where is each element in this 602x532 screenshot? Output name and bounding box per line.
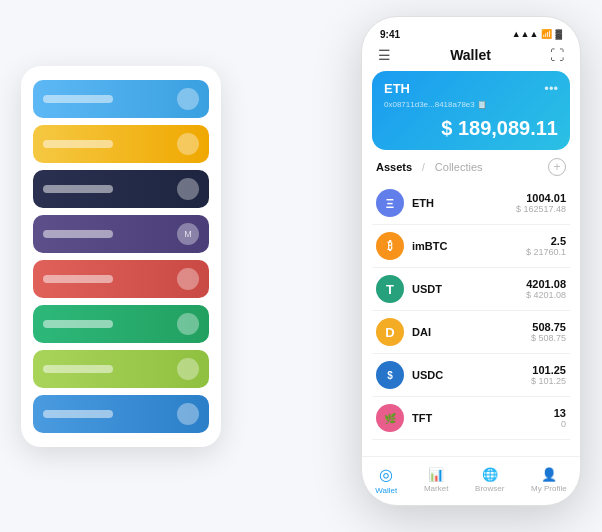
imbtc-icon: ₿ bbox=[376, 232, 404, 260]
eth-amounts: 1004.01 $ 162517.48 bbox=[516, 192, 566, 214]
scan-icon[interactable]: ⛶ bbox=[550, 47, 564, 63]
market-nav-label: Market bbox=[424, 484, 448, 493]
tft-name: TFT bbox=[412, 412, 554, 424]
asset-item-tft[interactable]: 🌿 TFT 13 0 bbox=[372, 397, 570, 440]
usdc-amounts: 101.25 $ 101.25 bbox=[531, 364, 566, 386]
card-line bbox=[43, 230, 113, 238]
assets-header: Assets / Collecties + bbox=[362, 158, 580, 182]
tft-amounts: 13 0 bbox=[554, 407, 566, 429]
eth-card-name: ETH bbox=[384, 81, 410, 96]
card-icon-5 bbox=[177, 268, 199, 290]
eth-icon: Ξ bbox=[376, 189, 404, 217]
tft-usd: 0 bbox=[554, 419, 566, 429]
usdt-usd: $ 4201.08 bbox=[526, 290, 566, 300]
dai-usd: $ 508.75 bbox=[531, 333, 566, 343]
wallet-nav-label: Wallet bbox=[375, 486, 397, 495]
usdc-icon: $ bbox=[376, 361, 404, 389]
usdt-name: USDT bbox=[412, 283, 526, 295]
tft-amount: 13 bbox=[554, 407, 566, 419]
header-title: Wallet bbox=[450, 47, 491, 63]
card-icon-4: M bbox=[177, 223, 199, 245]
battery-icon: ▓ bbox=[555, 29, 562, 39]
dai-icon: D bbox=[376, 318, 404, 346]
tab-divider: / bbox=[422, 162, 425, 173]
stack-card-1[interactable] bbox=[33, 80, 209, 118]
card-line bbox=[43, 410, 113, 418]
stack-card-4[interactable]: M bbox=[33, 215, 209, 253]
dai-name: DAI bbox=[412, 326, 531, 338]
nav-profile[interactable]: 👤 My Profile bbox=[531, 467, 567, 493]
usdc-name: USDC bbox=[412, 369, 531, 381]
status-time: 9:41 bbox=[380, 29, 400, 40]
card-icon-1 bbox=[177, 88, 199, 110]
profile-nav-icon: 👤 bbox=[541, 467, 557, 482]
usdt-amounts: 4201.08 $ 4201.08 bbox=[526, 278, 566, 300]
tab-assets[interactable]: Assets bbox=[376, 161, 412, 173]
eth-usd: $ 162517.48 bbox=[516, 204, 566, 214]
card-icon-6 bbox=[177, 313, 199, 335]
menu-icon[interactable]: ☰ bbox=[378, 47, 391, 63]
status-bar: 9:41 ▲▲▲ 📶 ▓ bbox=[362, 17, 580, 43]
eth-card-address: 0x08711d3e...8418a78e3 📋 bbox=[384, 100, 558, 109]
assets-tabs: Assets / Collecties bbox=[376, 161, 483, 173]
asset-list: Ξ ETH 1004.01 $ 162517.48 ₿ imBTC 2.5 $ … bbox=[362, 182, 580, 456]
imbtc-name: imBTC bbox=[412, 240, 526, 252]
asset-item-imbtc[interactable]: ₿ imBTC 2.5 $ 21760.1 bbox=[372, 225, 570, 268]
asset-item-usdc[interactable]: $ USDC 101.25 $ 101.25 bbox=[372, 354, 570, 397]
card-line bbox=[43, 275, 113, 283]
imbtc-amounts: 2.5 $ 21760.1 bbox=[526, 235, 566, 257]
card-line bbox=[43, 95, 113, 103]
tab-collecties[interactable]: Collecties bbox=[435, 161, 483, 173]
wifi-icon: 📶 bbox=[541, 29, 552, 39]
stack-card-2[interactable] bbox=[33, 125, 209, 163]
wallet-nav-icon: ◎ bbox=[379, 465, 393, 484]
asset-item-eth[interactable]: Ξ ETH 1004.01 $ 162517.48 bbox=[372, 182, 570, 225]
status-icons: ▲▲▲ 📶 ▓ bbox=[512, 29, 562, 39]
eth-name: ETH bbox=[412, 197, 516, 209]
eth-amount: 1004.01 bbox=[516, 192, 566, 204]
add-asset-button[interactable]: + bbox=[548, 158, 566, 176]
usdc-amount: 101.25 bbox=[531, 364, 566, 376]
dai-amounts: 508.75 $ 508.75 bbox=[531, 321, 566, 343]
card-icon-7 bbox=[177, 358, 199, 380]
card-line bbox=[43, 365, 113, 373]
phone-mockup: 9:41 ▲▲▲ 📶 ▓ ☰ Wallet ⛶ ETH ••• 0x08711d… bbox=[361, 16, 581, 506]
nav-market[interactable]: 📊 Market bbox=[424, 467, 448, 493]
card-icon-8 bbox=[177, 403, 199, 425]
imbtc-amount: 2.5 bbox=[526, 235, 566, 247]
card-line bbox=[43, 185, 113, 193]
card-stack: M bbox=[21, 66, 221, 447]
card-line bbox=[43, 140, 113, 148]
usdt-amount: 4201.08 bbox=[526, 278, 566, 290]
usdc-usd: $ 101.25 bbox=[531, 376, 566, 386]
card-line bbox=[43, 320, 113, 328]
browser-nav-label: Browser bbox=[475, 484, 504, 493]
tft-icon: 🌿 bbox=[376, 404, 404, 432]
stack-card-7[interactable] bbox=[33, 350, 209, 388]
market-nav-icon: 📊 bbox=[428, 467, 444, 482]
card-icon-3 bbox=[177, 178, 199, 200]
signal-icon: ▲▲▲ bbox=[512, 29, 539, 39]
add-icon: + bbox=[553, 160, 560, 174]
asset-item-usdt[interactable]: T USDT 4201.08 $ 4201.08 bbox=[372, 268, 570, 311]
eth-card[interactable]: ETH ••• 0x08711d3e...8418a78e3 📋 $ 189,0… bbox=[372, 71, 570, 150]
stack-card-8[interactable] bbox=[33, 395, 209, 433]
browser-nav-icon: 🌐 bbox=[482, 467, 498, 482]
stack-card-6[interactable] bbox=[33, 305, 209, 343]
usdt-icon: T bbox=[376, 275, 404, 303]
nav-browser[interactable]: 🌐 Browser bbox=[475, 467, 504, 493]
nav-wallet[interactable]: ◎ Wallet bbox=[375, 465, 397, 495]
stack-card-5[interactable] bbox=[33, 260, 209, 298]
card-icon-2 bbox=[177, 133, 199, 155]
dai-amount: 508.75 bbox=[531, 321, 566, 333]
scene: M 9:41 ▲▲▲ 📶 ▓ bbox=[21, 16, 581, 516]
phone-header: ☰ Wallet ⛶ bbox=[362, 43, 580, 71]
bottom-nav: ◎ Wallet 📊 Market 🌐 Browser 👤 My Profile bbox=[362, 456, 580, 505]
asset-item-dai[interactable]: D DAI 508.75 $ 508.75 bbox=[372, 311, 570, 354]
eth-card-balance: $ 189,089.11 bbox=[384, 117, 558, 140]
stack-card-3[interactable] bbox=[33, 170, 209, 208]
eth-card-top: ETH ••• bbox=[384, 81, 558, 96]
imbtc-usd: $ 21760.1 bbox=[526, 247, 566, 257]
eth-card-more[interactable]: ••• bbox=[544, 81, 558, 96]
profile-nav-label: My Profile bbox=[531, 484, 567, 493]
